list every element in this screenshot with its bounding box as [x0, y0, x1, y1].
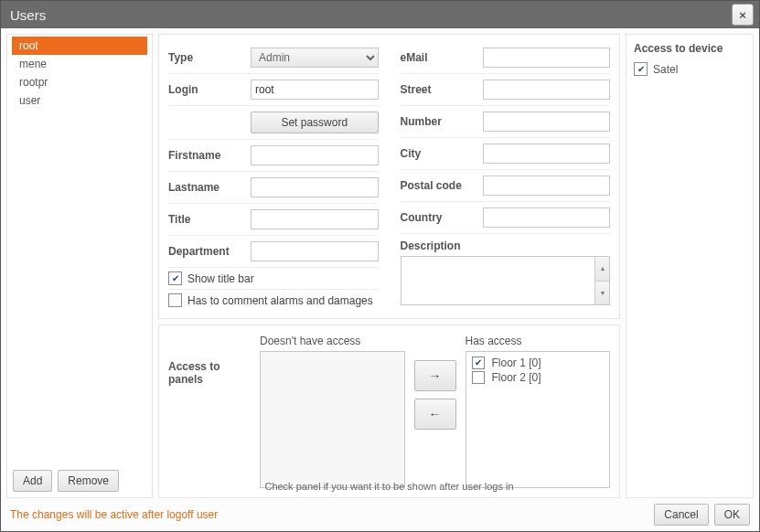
- left-panel: rootmenerootpruser Add Remove: [6, 34, 153, 498]
- lastname-label: Lastname: [168, 181, 251, 194]
- country-label: Country: [401, 211, 483, 224]
- type-select[interactable]: Admin: [251, 48, 379, 68]
- firstname-input[interactable]: [251, 145, 379, 165]
- spin-up-icon[interactable]: ▴: [594, 257, 609, 282]
- lastname-input[interactable]: [251, 177, 379, 197]
- device-header: Access to device: [634, 42, 745, 55]
- user-list-item[interactable]: mene: [12, 55, 147, 73]
- number-label: Number: [401, 115, 483, 128]
- arrow-left-icon: ←: [429, 407, 442, 421]
- form-panel: Type Admin Login: [158, 34, 620, 319]
- device-panel: Access to device Satel: [626, 34, 754, 498]
- left-buttons: Add Remove: [7, 464, 152, 497]
- no-access-list[interactable]: [260, 351, 405, 488]
- device-list: Satel: [634, 62, 745, 76]
- has-access-title: Has access: [466, 335, 611, 347]
- description-area[interactable]: ▴ ▾: [401, 256, 611, 305]
- city-label: City: [401, 147, 483, 160]
- arrow-right-icon: →: [429, 368, 442, 383]
- close-icon: ×: [739, 8, 746, 22]
- footer: The changes will be active after logoff …: [6, 498, 754, 526]
- main-row: rootmenerootpruser Add Remove Type: [6, 34, 754, 498]
- email-label: eMail: [401, 51, 483, 64]
- move-arrows: → ←: [414, 360, 456, 488]
- access-panels-hint: Check panel if you want it to be shown a…: [159, 481, 619, 492]
- no-access-title: Doesn't have access: [260, 335, 405, 347]
- firstname-label: Firstname: [168, 149, 251, 162]
- postal-input[interactable]: [483, 176, 611, 196]
- center-column: Type Admin Login: [158, 34, 620, 498]
- form-col-left: Type Admin Login: [168, 42, 379, 311]
- description-spinner: ▴ ▾: [594, 257, 609, 304]
- cancel-button[interactable]: Cancel: [654, 504, 708, 526]
- title-label: Title: [168, 213, 251, 226]
- has-access-item[interactable]: Floor 1 [0]: [470, 356, 606, 370]
- access-panels-label: Access to panels: [168, 335, 251, 488]
- show-title-bar-label: Show title bar: [187, 272, 254, 285]
- panel-checkbox[interactable]: [472, 356, 485, 369]
- user-list-item[interactable]: rootpr: [12, 73, 147, 91]
- form-col-right: eMail Street Number City: [401, 42, 611, 311]
- close-button[interactable]: ×: [732, 4, 754, 26]
- no-access-column: Doesn't have access: [260, 335, 405, 488]
- login-input[interactable]: [251, 80, 379, 100]
- user-list[interactable]: rootmenerootpruser: [7, 35, 152, 464]
- add-button[interactable]: Add: [13, 470, 52, 492]
- comment-alarms-checkbox[interactable]: [168, 293, 182, 307]
- device-item[interactable]: Satel: [634, 62, 745, 76]
- country-input[interactable]: [483, 207, 611, 228]
- city-input[interactable]: [483, 144, 611, 164]
- department-label: Department: [168, 245, 251, 258]
- remove-button[interactable]: Remove: [58, 470, 119, 492]
- device-checkbox[interactable]: [634, 62, 648, 76]
- ok-button[interactable]: OK: [714, 504, 750, 526]
- user-list-item[interactable]: root: [12, 37, 147, 55]
- window-title: Users: [6, 7, 732, 23]
- move-left-button[interactable]: ←: [414, 399, 456, 430]
- comment-alarms-label: Has to comment alarms and damages: [187, 294, 373, 307]
- window-body: rootmenerootpruser Add Remove Type: [1, 28, 759, 531]
- department-input[interactable]: [251, 241, 379, 261]
- move-right-button[interactable]: →: [414, 360, 456, 391]
- titlebar: Users ×: [1, 1, 759, 28]
- login-label: Login: [168, 83, 251, 96]
- panel-label: Floor 1 [0]: [492, 356, 541, 369]
- postal-label: Postal code: [401, 179, 483, 192]
- panel-label: Floor 2 [0]: [492, 371, 541, 384]
- spin-down-icon[interactable]: ▾: [594, 282, 609, 305]
- access-panels-section: Access to panels Doesn't have access → ←…: [158, 325, 620, 498]
- number-input[interactable]: [483, 112, 611, 132]
- panel-checkbox[interactable]: [472, 371, 485, 384]
- street-input[interactable]: [483, 80, 611, 100]
- users-window: Users × rootmenerootpruser Add Remove: [0, 0, 760, 532]
- has-access-column: Has access Floor 1 [0]Floor 2 [0]: [466, 335, 611, 488]
- status-message: The changes will be active after logoff …: [10, 508, 648, 521]
- set-password-button[interactable]: Set password: [251, 112, 379, 133]
- show-title-bar-checkbox[interactable]: [168, 271, 182, 285]
- has-access-item[interactable]: Floor 2 [0]: [470, 370, 606, 385]
- type-label: Type: [168, 51, 251, 64]
- street-label: Street: [401, 83, 483, 96]
- user-list-item[interactable]: user: [12, 91, 147, 110]
- has-access-list[interactable]: Floor 1 [0]Floor 2 [0]: [466, 351, 611, 488]
- description-label: Description: [401, 239, 611, 252]
- device-label: Satel: [653, 63, 678, 76]
- title-input[interactable]: [251, 209, 379, 229]
- email-input[interactable]: [483, 48, 611, 68]
